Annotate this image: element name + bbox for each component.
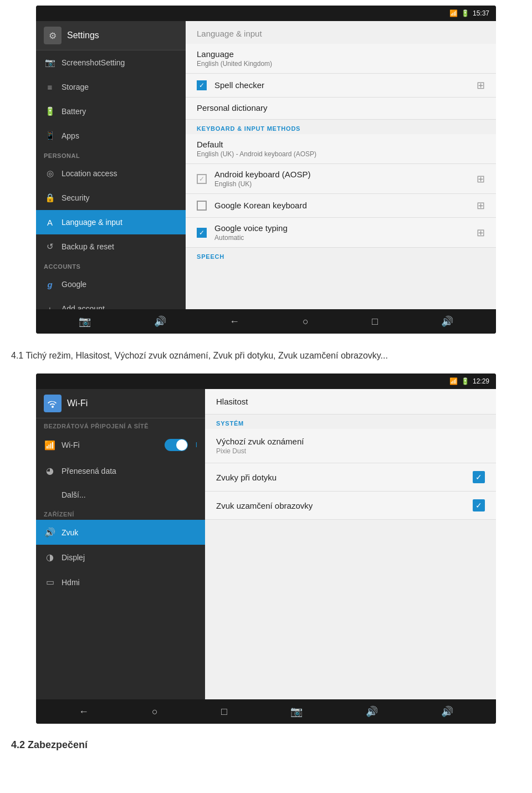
section-personal-label: PERSONAL	[36, 148, 186, 161]
sidebar-item-security[interactable]: 🔒 Security	[36, 186, 186, 210]
content-item-default-keyboard[interactable]: Default English (UK) - Android keyboard …	[186, 134, 496, 164]
screen2-body: Wi-Fi BEZDRÁTOVÁ PŘIPOJENÍ A SÍTĚ 📶 Wi-F…	[36, 389, 496, 699]
android-keyboard-settings-icon[interactable]: ⊞	[477, 173, 485, 185]
location-icon: ◎	[44, 167, 56, 180]
main-content-1: Language & input Language English (Unite…	[186, 21, 496, 309]
backup-icon: ↺	[44, 241, 56, 253]
display-icon: ◑	[44, 552, 56, 562]
nav-bar-1: 📷 🔊 ← ○ □ 🔊	[36, 309, 496, 334]
screen-body-1: ⚙ Settings 📷 ScreenshotSetting ≡ Storage…	[36, 21, 496, 309]
nav2-back-btn[interactable]: ←	[79, 706, 89, 718]
nav-home-btn[interactable]: ○	[303, 316, 309, 328]
wifi-toggle-track[interactable]	[165, 439, 188, 451]
apps-icon: 📱	[44, 130, 56, 142]
sound-icon: 🔊	[44, 527, 56, 538]
content2-item-lock-sound[interactable]: Zvuk uzamčení obrazovky ✓	[205, 492, 496, 520]
nav2-home-btn[interactable]: ○	[152, 706, 158, 718]
content-item-personal-dict[interactable]: Personal dictionary	[186, 98, 496, 120]
sidebar2-item-wifi[interactable]: 📶 Wi-Fi I	[36, 432, 205, 458]
sidebar-item-google[interactable]: g Google	[36, 272, 186, 296]
data-icon: ◕	[44, 465, 56, 476]
lock-sound-checkbox[interactable]: ✓	[473, 499, 485, 511]
battery-icon: 🔋	[461, 9, 469, 17]
wifi-toggle-label: I	[196, 441, 197, 449]
voice-typing-settings-icon[interactable]: ⊞	[477, 227, 485, 239]
spell-checker-settings-icon[interactable]: ⊞	[477, 79, 485, 91]
content2-item-touch-sound[interactable]: Zvuky při dotyku ✓	[205, 463, 496, 492]
battery-icon-2: 🔋	[461, 377, 469, 385]
nav-sound-btn[interactable]: 🔊	[154, 315, 166, 328]
nav-back-btn[interactable]: ←	[229, 316, 239, 328]
time-display-2: 12:29	[473, 377, 489, 385]
content2-item-hlasitost[interactable]: Hlasitost	[205, 389, 496, 415]
nav2-camera-btn[interactable]: 📷	[290, 705, 303, 718]
hdmi-icon: ▭	[44, 577, 56, 587]
sidebar2-item-data[interactable]: ◕ Přenesená data	[36, 458, 205, 483]
section-device-label: ZAŘÍZENÍ	[36, 507, 205, 520]
battery-icon-sidebar: 🔋	[44, 105, 56, 117]
screenshot-icon: 📷	[44, 57, 56, 69]
section-speech-label: SPEECH	[186, 248, 496, 262]
touch-sound-checkbox[interactable]: ✓	[473, 471, 485, 483]
nav2-recents-btn[interactable]: □	[221, 706, 227, 718]
sidebar-header-title: Settings	[67, 30, 99, 40]
sidebar2-item-dalsi[interactable]: Další...	[36, 483, 205, 507]
sidebar-header: ⚙ Settings	[36, 21, 186, 50]
bottom-section-title: 4.2 Zabezpečení	[0, 729, 532, 756]
sidebar2-item-hdmi[interactable]: ▭ Hdmi	[36, 570, 205, 595]
nav2-volume-up-btn[interactable]: 🔊	[441, 705, 453, 718]
wifi-sidebar-icon: 📶	[44, 440, 56, 451]
sidebar2-item-displej[interactable]: ◑ Displej	[36, 545, 205, 570]
nav-camera-btn[interactable]: 📷	[79, 315, 91, 328]
between-text: 4.1 Tichý režim, Hlasitost, Výchozí zvuk…	[0, 339, 532, 368]
content-item-spell-checker[interactable]: ✓ Spell checker ⊞	[186, 74, 496, 98]
security-icon: 🔒	[44, 192, 56, 204]
time-display: 15:37	[473, 9, 489, 17]
section-system2-label: SYSTÉM	[205, 415, 496, 429]
language-icon: A	[44, 216, 56, 228]
sidebar-item-apps[interactable]: 📱 Apps	[36, 124, 186, 148]
google-icon: g	[44, 278, 56, 290]
storage-icon: ≡	[44, 81, 56, 93]
voice-typing-checkbox[interactable]: ✓	[197, 228, 207, 238]
screenshot-2: 📶 🔋 12:29 Wi-Fi BEZDRÁTOVÁ PŘIPOJENÍ A S…	[36, 374, 496, 724]
wifi-icon: 📶	[449, 9, 458, 17]
content2-item-notification-sound[interactable]: Výchozí zvuk oznámení Pixie Dust	[205, 429, 496, 463]
wifi-toggle[interactable]	[165, 439, 188, 451]
sidebar-item-location[interactable]: ◎ Location access	[36, 161, 186, 186]
status-icons-1: 📶 🔋 15:37	[449, 9, 489, 17]
sidebar2-item-zvuk[interactable]: 🔊 Zvuk	[36, 520, 205, 545]
korean-keyboard-settings-icon[interactable]: ⊞	[477, 199, 485, 212]
wifi-icon-2: 📶	[449, 377, 458, 385]
sidebar-item-language[interactable]: A Language & input	[36, 210, 186, 234]
korean-keyboard-checkbox[interactable]	[197, 201, 207, 211]
content-item-korean-keyboard[interactable]: Google Korean keyboard ⊞	[186, 194, 496, 218]
settings-header-icon: ⚙	[44, 27, 62, 44]
sidebar-item-storage[interactable]: ≡ Storage	[36, 75, 186, 99]
nav-volume-btn[interactable]: 🔊	[441, 315, 453, 328]
add-account-icon: +	[44, 303, 56, 309]
content-item-android-keyboard[interactable]: ✓ Android keyboard (AOSP) English (UK) ⊞	[186, 164, 496, 194]
content-item-language[interactable]: Language English (United Kingdom)	[186, 44, 496, 74]
status-bar-1: 📶 🔋 15:37	[36, 6, 496, 21]
section-keyboard-label: KEYBOARD & INPUT METHODS	[186, 120, 496, 134]
android-keyboard-checkbox[interactable]: ✓	[197, 174, 207, 184]
spell-checker-checkbox[interactable]: ✓	[197, 80, 207, 90]
sidebar-2: Wi-Fi BEZDRÁTOVÁ PŘIPOJENÍ A SÍTĚ 📶 Wi-F…	[36, 389, 205, 699]
status-icons-2: 📶 🔋 12:29	[449, 377, 489, 385]
sidebar2-header-title: Wi-Fi	[67, 398, 88, 408]
content-header-language: Language & input	[186, 21, 496, 44]
sidebar-1: ⚙ Settings 📷 ScreenshotSetting ≡ Storage…	[36, 21, 186, 309]
sidebar-item-battery[interactable]: 🔋 Battery	[36, 99, 186, 124]
nav-bar-2: ← ○ □ 📷 🔊 🔊	[36, 699, 496, 724]
status-bar-2: 📶 🔋 12:29	[36, 374, 496, 389]
nav-recents-btn[interactable]: □	[372, 316, 378, 328]
sidebar-item-add-account[interactable]: + Add account	[36, 296, 186, 309]
section-wireless-label: BEZDRÁTOVÁ PŘIPOJENÍ A SÍTĚ	[36, 418, 205, 432]
sidebar-item-backup[interactable]: ↺ Backup & reset	[36, 234, 186, 259]
content-item-voice-typing[interactable]: ✓ Google voice typing Automatic ⊞	[186, 218, 496, 248]
sidebar-item-screenshot[interactable]: 📷 ScreenshotSetting	[36, 50, 186, 75]
nav2-volume-down-btn[interactable]: 🔊	[366, 705, 378, 718]
screenshot-1: 📶 🔋 15:37 ⚙ Settings 📷 ScreenshotSetting…	[36, 6, 496, 334]
wifi-toggle-thumb	[176, 439, 187, 451]
